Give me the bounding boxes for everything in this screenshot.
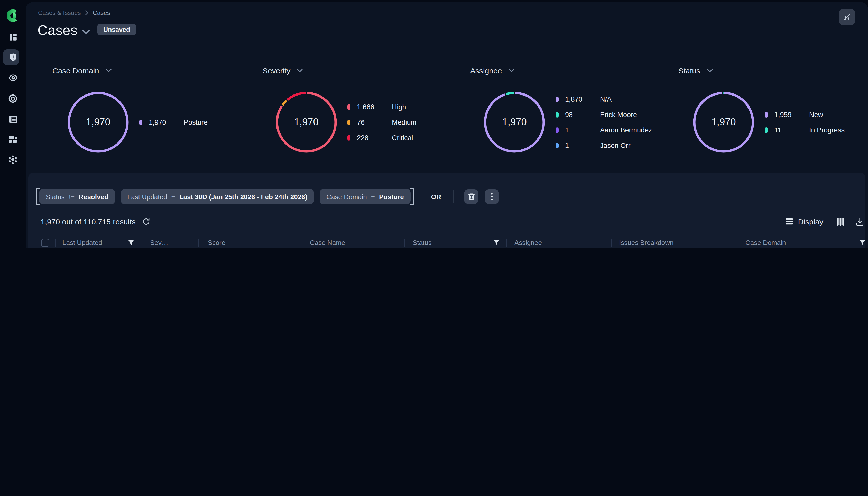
dashboard-icon: [9, 33, 17, 41]
chart-divider: [242, 56, 243, 167]
column-header-issues[interactable]: Issues Breakdown: [619, 234, 673, 248]
breadcrumb-parent[interactable]: Cases & Issues: [38, 9, 81, 16]
legend-marker: [347, 119, 350, 125]
legend-label: Medium: [392, 118, 417, 126]
legend-label: Aaron Bermudez: [600, 126, 652, 134]
legend-label: N/A: [600, 95, 612, 103]
logo-icon: [6, 9, 19, 22]
filter-funnel-case-domain[interactable]: [859, 234, 865, 248]
legend-label: Critical: [392, 134, 413, 141]
filter-value: Last 30D (Jan 25th 2026 - Feb 24th 2026): [179, 193, 308, 201]
filter-more-button[interactable]: [485, 189, 499, 204]
filter-chip-status[interactable]: Status != Resolved: [39, 189, 115, 204]
legend-marker: [556, 142, 558, 148]
columns-icon: [837, 217, 844, 226]
sidebar-item-dashboards[interactable]: [0, 32, 26, 42]
donut-total: 1,970: [482, 90, 546, 154]
column-header-status[interactable]: Status: [413, 234, 432, 248]
sidebar-item-cases[interactable]: [0, 53, 26, 62]
brand-logo[interactable]: [0, 9, 26, 22]
donut-status: 1,970: [692, 90, 755, 154]
chart-label-text: Severity: [263, 66, 290, 75]
filter-operator: =: [371, 193, 375, 201]
breadcrumb: Cases & Issues Cases: [38, 9, 110, 16]
column-divider: [506, 239, 507, 247]
legend-item: 98 Erick Moore: [556, 107, 652, 122]
column-header-score[interactable]: Score: [208, 234, 225, 248]
legend-value: 1: [565, 126, 600, 134]
donut-total: 1,970: [66, 90, 130, 154]
column-header-last-updated[interactable]: Last Updated: [62, 234, 102, 248]
chart-label-status[interactable]: Status: [678, 66, 713, 75]
breadcrumb-current: Cases: [93, 9, 110, 16]
toggle-charts-button[interactable]: [839, 9, 855, 25]
funnel-icon: [859, 239, 865, 246]
sidebar-item-exposure[interactable]: [0, 74, 26, 82]
column-header-case-domain[interactable]: Case Domain: [745, 234, 786, 248]
legend-label: New: [809, 111, 823, 118]
legend-item: 228 Critical: [347, 130, 417, 145]
legend-marker: [556, 127, 558, 133]
chart-label-assignee[interactable]: Assignee: [470, 66, 514, 75]
chart-divider: [658, 56, 658, 167]
filter-joiner[interactable]: OR: [431, 193, 441, 201]
legend-item: 1,959 New: [765, 107, 844, 122]
legend-value: 98: [565, 111, 600, 118]
table-toolbar: Display: [786, 214, 864, 230]
title-dropdown[interactable]: [82, 27, 90, 36]
chart-divider: [450, 56, 450, 167]
blocks-icon: [8, 136, 17, 143]
unsaved-badge: Unsaved: [97, 24, 136, 35]
legend-marker: [347, 135, 350, 140]
legend-case-domain: 1,970 Posture: [139, 114, 208, 130]
legend-label: Posture: [184, 118, 208, 126]
chevron-down-icon: [707, 69, 713, 73]
delete-filters-button[interactable]: [464, 189, 479, 204]
legend-assignee: 1,870 N/A 98 Erick Moore 1 Aaron Bermude…: [556, 91, 652, 153]
trash-icon: [468, 193, 475, 200]
columns-button[interactable]: [837, 217, 844, 226]
legend-status: 1,959 New 11 In Progress: [765, 107, 844, 138]
legend-marker: [556, 96, 558, 102]
legend-value: 228: [357, 134, 392, 141]
sidebar-item-threats[interactable]: [0, 155, 26, 165]
legend-value: 1: [565, 141, 600, 149]
filter-chip-case-domain[interactable]: Case Domain = Posture: [320, 189, 410, 204]
select-all-checkbox[interactable]: [41, 234, 49, 248]
filter-chip-last-updated[interactable]: Last Updated = Last 30D (Jan 25th 2026 -…: [121, 189, 314, 204]
app-root: ⚙ ? CQ Cases & Issues Cases Case: [0, 0, 868, 248]
legend-item: 11 In Progress: [765, 122, 844, 138]
funnel-icon: [128, 239, 134, 246]
download-button[interactable]: [856, 217, 864, 226]
sidebar-item-inventory[interactable]: [0, 135, 26, 144]
column-header-case-name[interactable]: Case Name: [310, 234, 345, 248]
kebab-icon: [491, 192, 493, 201]
column-divider: [736, 239, 736, 247]
filter-group-bracket-right: [410, 188, 414, 205]
legend-value: 11: [774, 126, 809, 134]
legend-marker: [139, 119, 142, 125]
column-divider: [611, 239, 612, 247]
filter-operator: !=: [69, 193, 75, 201]
column-header-assignee[interactable]: Assignee: [514, 234, 542, 248]
funnel-icon: [493, 239, 499, 246]
chart-label-case-domain[interactable]: Case Domain: [53, 66, 111, 75]
legend-label: Jason Orr: [600, 141, 631, 149]
report-icon: [9, 115, 17, 123]
column-divider: [404, 239, 405, 247]
display-button[interactable]: Display: [786, 217, 823, 226]
column-header-severity[interactable]: Sev…: [150, 234, 168, 248]
legend-item: 1 Jason Orr: [556, 138, 652, 153]
sidebar-item-reports[interactable]: [0, 114, 26, 124]
legend-label: High: [392, 103, 406, 111]
threat-icon: [8, 155, 18, 165]
filter-funnel-status[interactable]: [493, 234, 499, 248]
filter-funnel-last-updated[interactable]: [128, 234, 134, 248]
refresh-button[interactable]: [143, 218, 150, 226]
legend-item: 1,666 High: [347, 99, 417, 114]
display-icon: [786, 218, 793, 225]
donut-total: 1,970: [274, 90, 338, 154]
sidebar-item-detections[interactable]: [0, 94, 26, 103]
chart-label-text: Assignee: [470, 66, 502, 75]
chart-label-severity[interactable]: Severity: [263, 66, 303, 75]
